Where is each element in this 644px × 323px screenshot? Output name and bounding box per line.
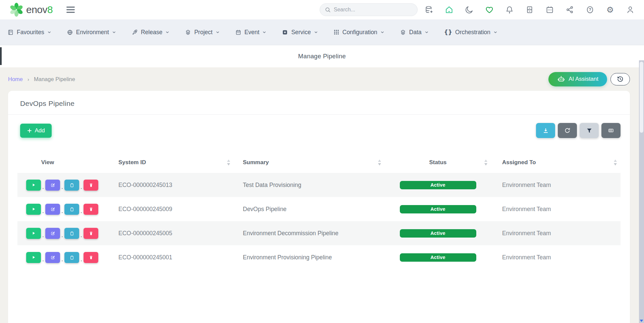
column-header-assigned-to[interactable]: Assigned To xyxy=(491,159,621,166)
refresh-button[interactable] xyxy=(558,123,577,138)
edit-button[interactable] xyxy=(45,252,60,263)
plus-icon xyxy=(27,128,32,133)
nav-item-event[interactable]: Event xyxy=(235,29,267,36)
sort-icon[interactable] xyxy=(613,159,617,166)
nav-label: Favourites xyxy=(17,29,44,36)
run-button[interactable] xyxy=(26,204,41,215)
scrollbar-down-arrow[interactable] xyxy=(639,318,644,323)
chevron-down-icon xyxy=(380,30,384,34)
column-header-status[interactable]: Status xyxy=(385,159,491,166)
globe-icon xyxy=(67,29,73,36)
delete-button[interactable] xyxy=(84,204,98,215)
sort-icon[interactable] xyxy=(484,159,488,166)
refresh-icon xyxy=(564,127,571,134)
button-separator-dot xyxy=(62,260,63,261)
enov8-logo[interactable]: enov8 xyxy=(9,2,53,17)
sort-icon[interactable] xyxy=(227,159,230,166)
notifications-bell-icon[interactable] xyxy=(505,5,514,14)
button-separator-dot xyxy=(62,212,63,213)
status-cell: Active xyxy=(385,205,491,213)
delete-button[interactable] xyxy=(84,228,98,239)
calendar-icon xyxy=(235,29,241,36)
chevron-down-icon xyxy=(165,30,169,34)
card-title: DevOps Pipeline xyxy=(20,100,618,108)
run-button[interactable] xyxy=(26,252,41,263)
nav-item-configuration[interactable]: Configuration xyxy=(333,29,384,36)
page-action-buttons: AI Assistant xyxy=(548,72,630,86)
delete-button[interactable] xyxy=(84,252,98,263)
copy-button[interactable] xyxy=(64,180,79,191)
vertical-scrollbar[interactable] xyxy=(639,60,644,323)
table-row: ECO-000000245005 Environment Decommissio… xyxy=(17,221,621,245)
top-header: enov8 xyxy=(0,0,644,19)
status-cell: Active xyxy=(385,253,491,262)
nav-item-service[interactable]: Service xyxy=(282,29,318,36)
page-title: Manage Pipeline xyxy=(298,53,346,60)
nav-item-environment[interactable]: Environment xyxy=(67,29,116,36)
status-badge: Active xyxy=(400,205,476,213)
button-separator-dot xyxy=(62,188,63,189)
share-icon[interactable] xyxy=(566,5,574,14)
add-database-icon[interactable] xyxy=(425,5,433,14)
ai-assistant-button[interactable]: AI Assistant xyxy=(548,72,607,86)
sort-icon[interactable] xyxy=(378,159,381,166)
global-search[interactable] xyxy=(320,3,418,16)
table-header-row: View System ID Summary Status Assign xyxy=(17,152,621,173)
delete-button[interactable] xyxy=(84,180,98,191)
home-icon[interactable] xyxy=(445,5,453,14)
column-header-view[interactable]: View xyxy=(17,159,101,166)
favourites-heart-icon[interactable] xyxy=(485,5,494,14)
nav-label: Release xyxy=(141,29,162,36)
journal-icon xyxy=(7,29,14,36)
filter-button[interactable] xyxy=(580,123,599,138)
edit-button[interactable] xyxy=(45,228,60,239)
card-toolbar: Add xyxy=(8,115,630,146)
calendar-icon[interactable] xyxy=(545,5,554,14)
edit-button[interactable] xyxy=(45,180,60,191)
search-input[interactable] xyxy=(334,7,413,13)
nav-item-data[interactable]: Data xyxy=(400,29,429,36)
dark-mode-moon-icon[interactable] xyxy=(465,5,474,14)
run-button[interactable] xyxy=(26,228,41,239)
user-profile-icon[interactable] xyxy=(626,5,635,14)
column-header-summary[interactable]: Summary xyxy=(234,159,385,166)
nav-item-project[interactable]: Project xyxy=(185,29,219,36)
scrollbar-thumb[interactable] xyxy=(640,62,643,133)
svg-text:?: ? xyxy=(589,7,591,12)
nav-item-release[interactable]: Release xyxy=(131,29,169,36)
settings-gear-icon[interactable]: ⚙ xyxy=(606,5,614,14)
layers-icon xyxy=(185,29,191,36)
button-separator-dot xyxy=(43,188,44,189)
hamburger-menu-icon[interactable] xyxy=(66,6,75,13)
copy-button[interactable] xyxy=(64,252,79,263)
breadcrumb-home-link[interactable]: Home xyxy=(8,76,23,82)
edit-button[interactable] xyxy=(45,204,60,215)
card-header: DevOps Pipeline xyxy=(8,91,630,115)
history-button[interactable] xyxy=(610,73,630,85)
breadcrumb-row: Home › Manage Pipeline AI Assistant xyxy=(8,67,630,91)
copy-button[interactable] xyxy=(64,228,79,239)
button-separator-dot xyxy=(81,188,82,189)
button-separator-dot xyxy=(81,236,82,237)
logo-wordmark: enov8 xyxy=(26,4,53,15)
button-separator-dot xyxy=(81,260,82,261)
chevron-down-icon xyxy=(314,30,318,34)
system-id-cell: ECO-000000245005 xyxy=(101,230,234,237)
add-button[interactable]: Add xyxy=(20,124,52,138)
nav-label: Service xyxy=(291,29,311,36)
pipeline-table: View System ID Summary Status Assign xyxy=(17,152,621,269)
nav-item-favourites[interactable]: Favourites xyxy=(7,29,51,36)
column-header-system-id[interactable]: System ID xyxy=(101,159,234,166)
badge-star-icon xyxy=(282,29,288,36)
archive-cabinet-icon[interactable] xyxy=(525,5,534,14)
nav-item-orchestration[interactable]: {} Orchestration xyxy=(444,29,497,36)
copy-button[interactable] xyxy=(64,204,79,215)
nav-label: Data xyxy=(409,29,422,36)
help-icon[interactable]: ? xyxy=(586,5,594,14)
button-separator-dot xyxy=(62,236,63,237)
download-button[interactable] xyxy=(536,123,555,138)
columns-button[interactable] xyxy=(601,123,621,138)
row-actions xyxy=(17,252,101,263)
summary-cell: Environment Provisioning Pipeline xyxy=(234,254,385,261)
run-button[interactable] xyxy=(26,180,41,191)
